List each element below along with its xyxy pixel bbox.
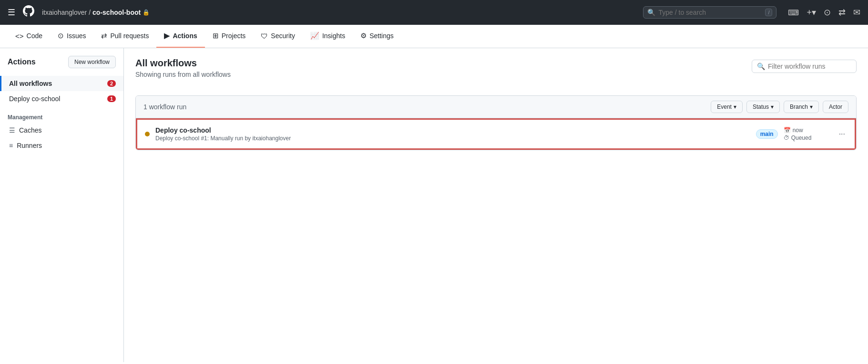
tab-code[interactable]: <> Code (8, 25, 50, 48)
terminal-icon[interactable]: ⌨ (788, 8, 799, 17)
repo-link[interactable]: co-school-boot (92, 9, 141, 16)
code-icon: <> (15, 32, 24, 40)
inbox-icon[interactable]: ✉ (853, 7, 860, 18)
workflow-branch-badge[interactable]: main (756, 129, 778, 139)
calendar-icon: 📅 (784, 127, 791, 134)
sidebar-item-label: Deploy co-school (9, 95, 60, 103)
sidebar-workflows-section: All workflows 2 Deploy co-school 1 (0, 76, 123, 106)
workflow-time-status: 📅 now ⏱ Queued (784, 127, 831, 141)
filter-search-icon: 🔍 (757, 62, 765, 70)
filter-search-bar[interactable]: 🔍 (752, 60, 857, 73)
workflow-time: 📅 now (784, 127, 831, 134)
workflow-name: Deploy co-school (155, 126, 750, 134)
sidebar-item-label: All workflows (9, 80, 52, 87)
sidebar-header: Actions New workflow (0, 56, 123, 74)
pr-icon[interactable]: ⇄ (838, 7, 846, 18)
actor-filter-btn[interactable]: Actor (823, 101, 848, 113)
sidebar-item-all-workflows[interactable]: All workflows 2 (0, 76, 123, 91)
deploy-badge: 1 (107, 95, 116, 102)
sidebar-title: Actions (8, 58, 36, 66)
actions-icon: ▶ (164, 31, 170, 40)
workflow-table: 1 workflow run Event ▾ Status ▾ (135, 95, 857, 150)
branch-filter-btn[interactable]: Branch ▾ (784, 101, 819, 113)
hamburger-menu-icon[interactable]: ☰ (8, 7, 15, 18)
tab-insights[interactable]: 📈 Insights (303, 25, 353, 48)
lock-icon: 🔒 (143, 9, 150, 16)
col-filters: Event ▾ Status ▾ Branch ▾ (711, 101, 848, 113)
workflow-info: Deploy co-school Deploy co-school #1: Ma… (155, 126, 750, 142)
sub-navigation: <> Code ⊙ Issues ⇄ Pull requests ▶ Actio… (0, 25, 868, 48)
runners-icon: ≡ (9, 142, 13, 149)
all-workflows-badge: 2 (107, 80, 116, 87)
user-link[interactable]: itxaiohanglover (42, 9, 87, 16)
tab-issues[interactable]: ⊙ Issues (50, 25, 93, 48)
top-nav-actions: ⌨ +▾ ⊙ ⇄ ✉ (788, 7, 860, 18)
top-navigation: ☰ itxaiohanglover / co-school-boot 🔒 🔍 /… (0, 0, 868, 25)
path-separator: / (89, 9, 91, 16)
content-area: All workflows Showing runs from all work… (124, 48, 868, 362)
tab-actions[interactable]: ▶ Actions (156, 25, 204, 48)
tab-projects[interactable]: ⊞ Projects (205, 25, 254, 48)
search-bar[interactable]: 🔍 / (643, 6, 776, 19)
page-subtitle: Showing runs from all workflows (135, 71, 231, 78)
status-chevron-icon: ▾ (771, 104, 774, 110)
issues-icon[interactable]: ⊙ (824, 7, 831, 18)
search-shortcut-badge: / (765, 9, 772, 16)
workflow-queue-status: ⏱ Queued (784, 135, 831, 141)
sidebar-item-caches[interactable]: ☰ Caches (0, 123, 123, 138)
sidebar-item-deploy-co-school[interactable]: Deploy co-school 1 (0, 91, 123, 106)
tab-security[interactable]: 🛡 Security (253, 25, 303, 48)
projects-icon: ⊞ (213, 31, 219, 40)
tab-settings[interactable]: ⚙ Settings (353, 25, 401, 48)
search-icon: 🔍 (647, 9, 655, 16)
workflow-count: 1 workflow run (143, 103, 186, 111)
sidebar: Actions New workflow All workflows 2 Dep… (0, 48, 124, 362)
plus-icon[interactable]: +▾ (807, 7, 816, 18)
workflow-status-dot (145, 132, 150, 136)
new-workflow-button[interactable]: New workflow (68, 56, 116, 68)
center-content: All workflows Showing runs from all work… (124, 48, 868, 362)
status-filter-btn[interactable]: Status ▾ (746, 101, 780, 113)
tab-pull-requests[interactable]: ⇄ Pull requests (93, 25, 156, 48)
runners-label: Runners (17, 142, 42, 149)
insights-icon: 📈 (310, 31, 319, 40)
security-icon: 🛡 (261, 32, 268, 40)
caches-icon: ☰ (9, 126, 15, 134)
sidebar-item-runners[interactable]: ≡ Runners (0, 138, 123, 153)
search-input[interactable] (658, 9, 762, 16)
workflow-run-row[interactable]: Deploy co-school Deploy co-school #1: Ma… (137, 120, 855, 148)
pull-requests-icon: ⇄ (101, 31, 107, 40)
workflow-table-area: 1 workflow run Event ▾ Status ▾ (124, 88, 868, 158)
event-chevron-icon: ▾ (734, 104, 736, 110)
management-label: Management (0, 108, 123, 123)
caches-label: Caches (19, 126, 41, 134)
workflow-row-highlight: Deploy co-school Deploy co-school #1: Ma… (136, 118, 856, 150)
workflow-count-row: 1 workflow run Event ▾ Status ▾ (136, 96, 856, 118)
sidebar-management-section: Management ☰ Caches ≡ Runners (0, 108, 123, 153)
issues-icon: ⊙ (58, 31, 64, 40)
event-filter-btn[interactable]: Event ▾ (711, 101, 743, 113)
page-layout: Actions New workflow All workflows 2 Dep… (0, 48, 868, 362)
filter-search-input[interactable] (768, 62, 851, 70)
workflow-description: Deploy co-school #1: Manually run by itx… (155, 135, 750, 142)
repo-path: itxaiohanglover / co-school-boot 🔒 (42, 9, 150, 16)
branch-chevron-icon: ▾ (810, 104, 813, 110)
page-title: All workflows (135, 58, 231, 69)
queue-icon: ⏱ (784, 135, 789, 141)
github-logo[interactable] (23, 5, 34, 20)
settings-icon: ⚙ (360, 31, 367, 40)
more-options-button[interactable]: ··· (837, 128, 847, 140)
